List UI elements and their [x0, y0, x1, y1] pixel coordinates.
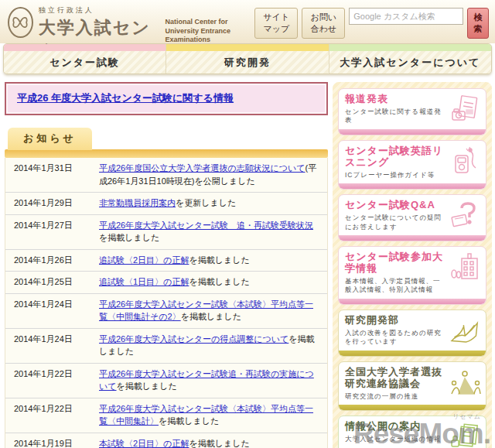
news-link[interactable]: 平成26年度国公立大学入学者選抜の志願状況について — [99, 163, 306, 173]
news-text-suffix: を更新しました — [176, 198, 236, 207]
news-text: 平成26年度大学入試センター試験〈本試験〉平均点等一覧〈中間集計その2〉を掲載し… — [99, 298, 327, 323]
sidebar-card-accent-bar — [339, 183, 486, 189]
news-text-suffix: を掲載しました — [117, 381, 177, 391]
news-text: 非常勤職員採用案内を更新しました — [99, 197, 327, 210]
news-text: 平成26年度大学入試センターの得点調整についてを掲載しました — [99, 333, 327, 358]
news-text-suffix: を掲載しました — [159, 416, 219, 426]
news-date: 2014年1月26日 — [5, 254, 99, 267]
main-column: 平成26 年度大学入試センター試験に関する情報 お知らせ 2014年1月31日平… — [5, 82, 328, 448]
sidebar-card-1[interactable]: 報道発表センター試験に関する報道発表 — [338, 88, 486, 135]
people-podium-icon — [448, 368, 482, 398]
news-text-suffix: を掲載しました — [189, 255, 249, 265]
sidebar-card-6[interactable]: 全国大学入学者選抜研究連絡協議会研究交流の一層の推進 — [338, 361, 486, 411]
content: 平成26 年度大学入試センター試験に関する情報 お知らせ 2014年1月31日平… — [0, 74, 495, 448]
open-book-icon — [448, 316, 482, 347]
documents-lock-icon — [448, 422, 482, 448]
news-text: 本試験〈2日目〉の正解を掲載しました — [99, 437, 327, 448]
news-date: 2014年1月27日 — [5, 219, 99, 245]
news-row: 2014年1月22日平成26年度大学入試センター試験追・再試験の実施についてを掲… — [5, 364, 327, 398]
sidebar-card-accent-bar — [339, 299, 486, 304]
nav-tab-label: センター試験 — [4, 51, 166, 74]
sidebar-card-accent-bar — [339, 129, 486, 135]
nav-tab-2[interactable]: 研究開発 — [166, 44, 328, 74]
news-date: 2014年1月24日 — [5, 298, 99, 323]
news-link[interactable]: 追試験〈2日目〉の正解 — [99, 255, 189, 265]
news-date: 2014年1月29日 — [5, 197, 99, 210]
news-text-suffix: を掲載しました — [181, 312, 241, 321]
news-section-title: お知らせ — [8, 128, 92, 150]
news-text-suffix: を掲載しました — [189, 277, 249, 286]
nav-tab-1[interactable]: センター試験 — [4, 44, 166, 74]
news-date: 2014年1月24日 — [5, 333, 99, 358]
university-building-icon — [448, 252, 482, 283]
sidebar-card-accent-bar — [339, 405, 486, 410]
news-row: 2014年1月24日平成26年度大学入試センター試験〈本試験〉平均点等一覧〈中間… — [5, 294, 327, 329]
news-row: 2014年1月19日本試験〈2日目〉の正解を掲載しました — [5, 433, 327, 448]
nav-tab-accent-strip — [166, 44, 328, 51]
sidebar-card-3[interactable]: センター試験Q&Aセンター試験についての疑問にお答えします — [338, 194, 486, 241]
news-text: 追試験〈2日目〉の正解を掲載しました — [99, 254, 327, 267]
ic-player-icon — [448, 146, 482, 177]
news-text: 平成26年度大学入試センター試験追・再試験の実施についてを掲載しました — [99, 368, 327, 393]
main-nav: センター試験研究開発大学入試センターについて — [3, 43, 492, 74]
news-date: 2014年1月25日 — [5, 275, 99, 289]
sidebar-card-2[interactable]: センター試験英語リスニングICプレーヤー操作ガイド等 — [338, 140, 486, 190]
sidebar-card-5[interactable]: 研究開発部入試の改善を図るための研究を行っています — [338, 309, 486, 357]
news-text: 平成26年度大学入試センター試験 追・再試験受験状況を掲載しました — [99, 219, 327, 245]
news-list: 2014年1月31日平成26年度国公立大学入学者選抜の志願状況について(平成26… — [5, 158, 328, 448]
org-type: 独立行政法人 — [39, 5, 158, 15]
news-row: 2014年1月31日平成26年度国公立大学入学者選抜の志願状況について(平成26… — [5, 158, 327, 193]
news-row: 2014年1月22日平成26年度大学入試センター試験〈本試験〉平均点等一覧〈中間… — [5, 398, 327, 433]
contact-button[interactable]: お問い合わせ — [302, 8, 345, 39]
site-title-en: National Center for University Entrance … — [166, 18, 255, 45]
news-row: 2014年1月29日非常勤職員採用案内を更新しました — [5, 193, 327, 215]
sidebar-card-accent-bar — [339, 235, 486, 241]
news-link[interactable]: 本試験〈2日目〉の正解 — [99, 439, 189, 448]
news-text: 追試験〈1日目〉の正解を掲載しました — [99, 275, 327, 289]
news-date: 2014年1月19日 — [5, 437, 99, 448]
site-header: 独立行政法人 大学入試センター National Center for Univ… — [0, 0, 495, 43]
search-input[interactable] — [349, 8, 463, 25]
news-text: 平成26年度大学入試センター試験〈本試験〉平均点等一覧〈中間集計〉を掲載しました — [99, 402, 327, 428]
sidebar-card-4[interactable]: センター試験参加大学情報基本情報、入学定員情報、一般入試情報、特別入試情報 — [338, 246, 486, 305]
nav-tab-3[interactable]: 大学入試センターについて — [329, 44, 491, 74]
butterfly-logo-icon — [8, 7, 33, 38]
sidebar: 報道発表センター試験に関する報道発表センター試験英語リスニングICプレーヤー操作… — [333, 82, 492, 448]
sidebar-card-7[interactable]: 情報公開の案内大学入試センター組織の情報 — [338, 416, 486, 448]
sidebar-card-accent-bar — [339, 351, 486, 356]
sitemap-button[interactable]: サイトマップ — [254, 8, 298, 39]
press-release-icon — [448, 94, 482, 125]
news-row: 2014年1月27日平成26年度大学入試センター試験 追・再試験受験状況を掲載し… — [5, 215, 327, 250]
news-date: 2014年1月22日 — [5, 402, 99, 428]
notice-banner-link[interactable]: 平成26 年度大学入試センター試験に関する情報 — [17, 92, 234, 104]
news-link[interactable]: 平成26年度大学入試センターの得点調整について — [99, 334, 288, 344]
news-section: お知らせ 2014年1月31日平成26年度国公立大学入学者選抜の志願状況について… — [5, 128, 328, 448]
nav-tab-label: 研究開発 — [166, 51, 328, 74]
nav-tab-accent-strip — [329, 44, 491, 51]
notice-banner: 平成26 年度大学入試センター試験に関する情報 — [5, 82, 328, 115]
news-row: 2014年1月25日追試験〈1日目〉の正解を掲載しました — [5, 272, 327, 294]
site-logo[interactable]: 独立行政法人 大学入試センター National Center for Univ… — [8, 5, 254, 43]
news-link[interactable]: 平成26年度大学入試センター試験 追・再試験受験状況 — [99, 221, 313, 230]
page: 独立行政法人 大学入試センター National Center for Univ… — [0, 0, 495, 448]
search-button[interactable]: 検索 — [467, 8, 489, 39]
news-text-suffix: を掲載しました — [99, 233, 159, 242]
news-row: 2014年1月26日追試験〈2日目〉の正解を掲載しました — [5, 250, 327, 272]
news-text: 平成26年度国公立大学入学者選抜の志願状況について(平成26年1月31日10時現… — [99, 162, 327, 187]
news-row: 2014年1月24日平成26年度大学入試センターの得点調整についてを掲載しました — [5, 329, 327, 364]
news-link[interactable]: 非常勤職員採用案内 — [99, 198, 176, 207]
news-header-bar — [5, 149, 328, 158]
header-tools: サイトマップ お問い合わせ 検索 — [254, 5, 489, 43]
news-date: 2014年1月31日 — [5, 162, 99, 187]
news-text-suffix: を掲載しました — [189, 439, 249, 448]
nav-tab-accent-strip — [4, 44, 166, 51]
news-link[interactable]: 追試験〈1日目〉の正解 — [99, 277, 189, 286]
news-date: 2014年1月22日 — [5, 368, 99, 393]
question-mark-icon — [448, 200, 482, 231]
nav-tab-label: 大学入試センターについて — [329, 51, 491, 74]
